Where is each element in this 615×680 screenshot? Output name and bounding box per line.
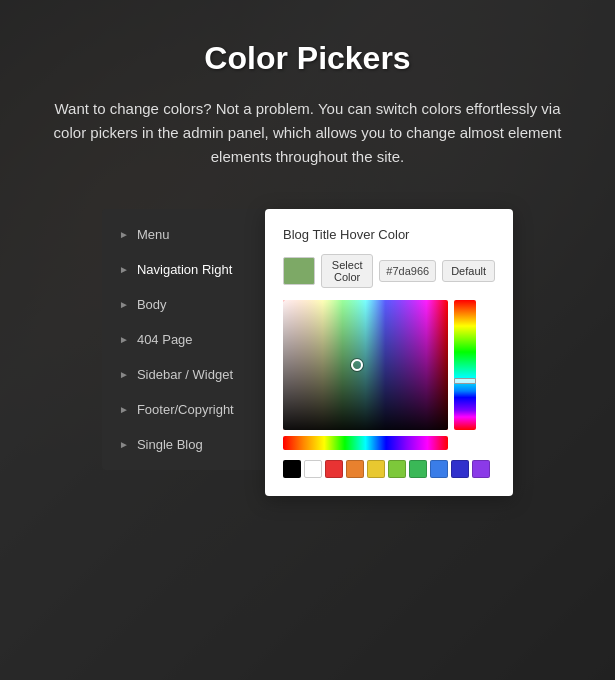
- chevron-icon: ►: [119, 264, 129, 275]
- preset-color-red[interactable]: [325, 460, 343, 478]
- preset-color-blue-light[interactable]: [430, 460, 448, 478]
- sidebar-item-footer-copyright[interactable]: ► Footer/Copyright: [102, 392, 267, 427]
- preset-color-white[interactable]: [304, 460, 322, 478]
- hue-slider[interactable]: [454, 300, 476, 430]
- color-preview: [283, 257, 315, 285]
- chevron-icon: ►: [119, 369, 129, 380]
- sidebar-item-label: Single Blog: [137, 437, 203, 452]
- sidebar-item-label: Body: [137, 297, 167, 312]
- panel-title: Blog Title Hover Color: [283, 227, 495, 242]
- picker-area: [283, 300, 495, 450]
- default-button[interactable]: Default: [442, 260, 495, 282]
- gradient-picker[interactable]: [283, 300, 448, 430]
- sidebar-item-sidebar-widget[interactable]: ► Sidebar / Widget: [102, 357, 267, 392]
- sidebar-item-body[interactable]: ► Body: [102, 287, 267, 322]
- hue-bar[interactable]: [283, 436, 448, 450]
- chevron-icon: ►: [119, 334, 129, 345]
- preset-color-green[interactable]: [409, 460, 427, 478]
- hue-slider-handle: [454, 378, 476, 384]
- color-picker-panel: Blog Title Hover Color Select Color #7da…: [265, 209, 513, 496]
- sidebar-item-single-blog[interactable]: ► Single Blog: [102, 427, 267, 462]
- select-color-button[interactable]: Select Color: [321, 254, 373, 288]
- preset-color-purple[interactable]: [472, 460, 490, 478]
- chevron-icon: ►: [119, 229, 129, 240]
- sidebar-item-menu[interactable]: ► Menu: [102, 217, 267, 252]
- preset-color-black[interactable]: [283, 460, 301, 478]
- chevron-icon: ►: [119, 404, 129, 415]
- preset-color-orange[interactable]: [346, 460, 364, 478]
- chevron-icon: ►: [119, 439, 129, 450]
- page-description: Want to change colors? Not a problem. Yo…: [48, 97, 568, 169]
- page-title: Color Pickers: [48, 40, 568, 77]
- sidebar-item-label: Footer/Copyright: [137, 402, 234, 417]
- sidebar-item-label: Navigation Right: [137, 262, 232, 277]
- chevron-icon: ►: [119, 299, 129, 310]
- sidebar: ► Menu ► Navigation Right ► Body ► 404 P…: [102, 209, 267, 470]
- sidebar-item-label: 404 Page: [137, 332, 193, 347]
- preset-color-lime[interactable]: [388, 460, 406, 478]
- sidebar-item-navigation-right[interactable]: ► Navigation Right: [102, 252, 267, 287]
- sidebar-item-label: Menu: [137, 227, 170, 242]
- sidebar-item-label: Sidebar / Widget: [137, 367, 233, 382]
- preset-colors: [283, 460, 495, 478]
- preset-color-blue-dark[interactable]: [451, 460, 469, 478]
- content-area: ► Menu ► Navigation Right ► Body ► 404 P…: [102, 209, 513, 496]
- preset-color-yellow[interactable]: [367, 460, 385, 478]
- hex-value: #7da966: [379, 260, 436, 282]
- sidebar-item-404-page[interactable]: ► 404 Page: [102, 322, 267, 357]
- color-controls: Select Color #7da966 Default: [283, 254, 495, 288]
